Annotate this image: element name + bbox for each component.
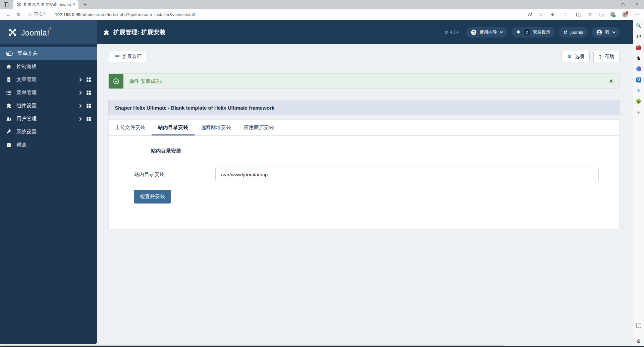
- grid-icon[interactable]: [86, 90, 91, 95]
- site-security-chip[interactable]: ⚠ 不安全: [28, 11, 47, 17]
- read-aloud-icon[interactable]: A): [528, 11, 532, 17]
- manage-extensions-button[interactable]: 扩展管理: [109, 51, 147, 62]
- url-text[interactable]: 192.168.0.99/administrator/index.php?opt…: [55, 12, 195, 17]
- sidebar-item-help[interactable]: 帮助: [0, 138, 97, 152]
- tab-title: 扩展管理: 扩展安装 - joomla - 后: [24, 2, 71, 7]
- article-icon: [6, 77, 12, 82]
- shopping-tag-icon[interactable]: 🏷: [636, 34, 642, 39]
- favorites-star-icon[interactable]: ☆: [539, 12, 544, 17]
- window-maximize-button[interactable]: ▢: [616, 0, 630, 9]
- install-from-folder-fieldset: 站内目录安装 站内目录安装 检查并安装: [122, 148, 611, 215]
- options-button[interactable]: ⚙ 选项: [561, 51, 589, 62]
- tab-install-from-web[interactable]: 应用商店安装: [237, 120, 280, 135]
- browser-address-bar: ← ↻ ⚠ 不安全 | 192.168.0.99/administrator/i…: [0, 9, 644, 20]
- outlook-icon[interactable]: O: [636, 77, 642, 83]
- sidebar-item-users[interactable]: 用户管理: [0, 112, 97, 125]
- rail-divider: [635, 333, 642, 333]
- help-button[interactable]: ? 帮助: [593, 51, 620, 62]
- preview-site-button[interactable]: joomla: [559, 27, 588, 38]
- install-folder-input[interactable]: [215, 168, 599, 181]
- joomla-logo[interactable]: Joomla!®: [0, 20, 97, 44]
- tab-install-from-url[interactable]: 远程网址安装: [195, 120, 237, 135]
- profile-avatar[interactable]: [622, 12, 628, 17]
- microsoft-365-icon[interactable]: [636, 66, 642, 72]
- sidebar-item-content[interactable]: 文章管理: [0, 73, 97, 86]
- admin-header: Joomla!® 扩展管理: 扩展安装 4.3.4: [0, 20, 633, 44]
- guided-tour-button[interactable]: 使用向导: [466, 27, 507, 38]
- more-menu-icon[interactable]: ⋯: [635, 12, 640, 17]
- collections-icon[interactable]: [599, 13, 602, 16]
- grid-icon[interactable]: [86, 116, 91, 121]
- chip-divider: |: [50, 12, 51, 17]
- grid-icon[interactable]: [86, 77, 91, 82]
- chevron-right-icon: [79, 78, 82, 82]
- window-close-button[interactable]: ✕: [630, 0, 644, 9]
- gear-icon: ⚙: [567, 54, 572, 59]
- sidebar-item-menus[interactable]: 菜单管理: [0, 86, 97, 99]
- security-label: 不安全: [34, 11, 47, 17]
- installed-template-notice: Shaper Helix Ultimate - Blank template o…: [108, 100, 620, 115]
- joomla-favicon: [17, 2, 21, 7]
- toolbox-icon[interactable]: 🧰: [636, 44, 642, 50]
- warning-icon: ⚠: [28, 12, 32, 17]
- window-minimize-button[interactable]: —: [602, 0, 616, 9]
- chevron-down-icon: [500, 31, 503, 34]
- browser-tab[interactable]: 扩展管理: 扩展安装 - joomla - 后 ✕: [13, 0, 78, 9]
- extension-icon[interactable]: [610, 12, 615, 17]
- bell-icon: [516, 30, 521, 35]
- toolbar: 扩展管理 ⚙ 选项 ? 帮助: [97, 44, 633, 68]
- user-menu-button[interactable]: 我: [592, 27, 620, 38]
- check-and-install-button[interactable]: 检查并安装: [134, 190, 171, 204]
- wrench-icon: [6, 129, 12, 135]
- notification-count-badge: 2: [524, 29, 530, 36]
- sidebar-item-menu-toggle[interactable]: 菜单开关: [0, 47, 97, 60]
- search-icon[interactable]: 🔍: [636, 22, 642, 28]
- tab-upload-package[interactable]: 上传文件安装: [109, 120, 152, 135]
- success-alert: 插件 安装成功. ✕: [108, 73, 620, 89]
- info-icon: [6, 142, 12, 148]
- tab-close-icon[interactable]: ✕: [73, 2, 76, 7]
- alert-close-icon[interactable]: ✕: [603, 78, 619, 85]
- chevron-down-icon: [612, 31, 615, 34]
- back-icon[interactable]: ←: [6, 12, 11, 17]
- home-icon: [6, 64, 12, 69]
- joomla-admin-page: Joomla!® 扩展管理: 扩展安装 4.3.4: [0, 20, 633, 344]
- browser-tab-strip: 扩展管理: 扩展安装 - joomla - 后 ✕ ＋ — ▢ ✕: [0, 0, 644, 9]
- sidebar-item-components[interactable]: 组件设置: [0, 99, 97, 112]
- toggle-icon: [6, 51, 13, 56]
- games-icon[interactable]: ♞: [636, 55, 642, 61]
- sidebar-item-dashboard[interactable]: 控制面板: [0, 60, 97, 73]
- favorites-bar-icon[interactable]: ≣: [588, 12, 592, 17]
- install-folder-label: 站内目录安装: [134, 171, 215, 178]
- tab-install-from-folder[interactable]: 站内目录安装: [152, 120, 195, 135]
- screenshot-icon[interactable]: ✂: [636, 324, 641, 328]
- sidebar-item-system[interactable]: 系统设置: [0, 125, 97, 138]
- list-icon: [6, 90, 12, 96]
- add-app-icon[interactable]: ＋: [636, 110, 642, 115]
- installer-card: 上传文件安装 站内目录安装 远程网址安装 应用商店安装 站内目录安装 站内目录安…: [108, 119, 620, 229]
- settings-gear-icon[interactable]: ⚙: [636, 338, 641, 344]
- edge-side-rail: 🔍 🏷 🧰 ♞ O ✈ 🌳 ＋ ✂ ⚙: [633, 20, 644, 347]
- refresh-icon[interactable]: ↻: [16, 11, 21, 17]
- puzzle-icon: [103, 29, 110, 36]
- split-screen-icon[interactable]: [576, 13, 581, 16]
- essentials-icon[interactable]: ✣: [550, 12, 554, 17]
- question-icon: ?: [599, 54, 602, 60]
- grow-tree-icon[interactable]: 🌳: [636, 99, 642, 105]
- chevron-right-icon: [79, 104, 82, 108]
- admin-sidebar: 菜单开关 控制面板 文章管理 菜单管理 组件设置: [0, 44, 97, 344]
- user-icon: [596, 29, 602, 36]
- workspaces-icon[interactable]: [4, 2, 8, 7]
- post-installation-messages-button[interactable]: 2 安装提示: [512, 27, 555, 38]
- toolbar-divider: |: [565, 12, 566, 17]
- installer-tabs: 上传文件安装 站内目录安装 远程网址安装 应用商店安装: [109, 120, 619, 136]
- chevron-right-icon: [79, 117, 82, 121]
- grid-icon[interactable]: [86, 103, 91, 108]
- joomla-mark-icon: [8, 28, 17, 37]
- admin-content: 扩展管理 ⚙ 选项 ? 帮助 插件 安装成功. ✕: [97, 44, 633, 344]
- check-circle-icon: [109, 74, 123, 89]
- drop-icon[interactable]: ✈: [636, 88, 642, 94]
- alert-message: 插件 安装成功.: [123, 74, 162, 89]
- external-link-icon: [563, 30, 568, 35]
- new-tab-button[interactable]: ＋: [83, 1, 88, 8]
